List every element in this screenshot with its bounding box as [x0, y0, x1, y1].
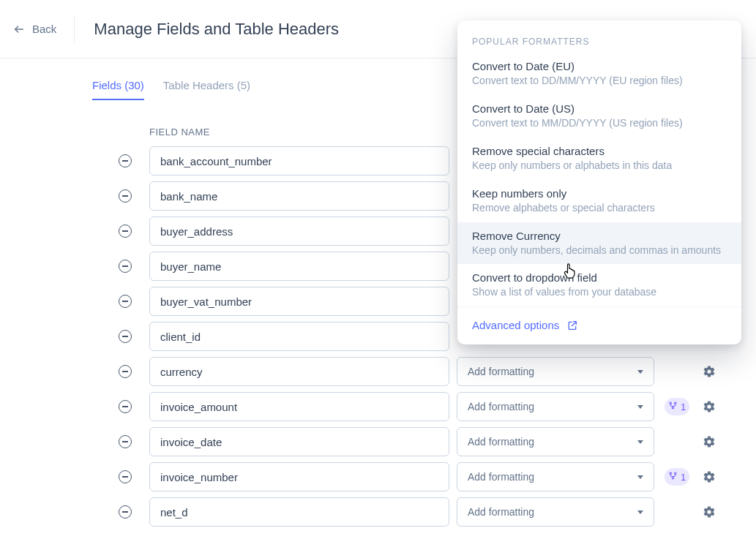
back-label: Back [32, 23, 56, 35]
format-placeholder: Add formatting [468, 471, 534, 483]
formatter-option[interactable]: Convert to dropdown fieldShow a list of … [457, 264, 741, 306]
arrow-left-icon [13, 23, 25, 35]
remove-field-icon[interactable] [119, 189, 132, 203]
field-name-input[interactable] [149, 146, 449, 176]
formatter-option-desc: Convert text to DD/MM/YYYY (EU region fi… [472, 74, 727, 88]
separator [74, 16, 75, 42]
formatter-option-title: Convert to Date (EU) [472, 60, 727, 72]
usage-badge[interactable]: 1 [665, 468, 689, 486]
formatter-option-desc: Convert text to MM/DD/YYYY (US region fi… [472, 116, 727, 130]
formatter-option-desc: Show a list of values from your database [472, 285, 727, 299]
dropdown-advanced-options[interactable]: Advanced options [457, 306, 741, 344]
field-settings-button[interactable] [703, 505, 716, 519]
page-title: Manage Fields and Table Headers [94, 20, 339, 39]
format-placeholder: Add formatting [468, 401, 534, 412]
remove-field-icon[interactable] [119, 435, 132, 448]
field-name-input[interactable] [149, 181, 449, 211]
field-row: Add formatting [0, 354, 756, 389]
field-row: Add formatting1 [0, 459, 756, 494]
remove-field-icon[interactable] [119, 400, 132, 413]
chevron-down-icon [637, 475, 643, 479]
formatter-option[interactable]: Keep numbers onlyRemove alphabets or spe… [457, 180, 741, 222]
branch-icon [668, 471, 678, 483]
add-formatting-select[interactable]: Add formatting [457, 462, 654, 491]
formatter-option-title: Remove special characters [472, 145, 727, 157]
remove-field-icon[interactable] [119, 154, 132, 167]
add-formatting-select[interactable]: Add formatting [457, 427, 654, 456]
field-row: Add formatting [0, 424, 756, 459]
field-name-input[interactable] [149, 252, 449, 281]
external-link-icon [566, 320, 578, 331]
field-row: Add formatting1 [0, 389, 756, 424]
formatter-option[interactable]: Convert to Date (US)Convert text to MM/D… [457, 95, 741, 137]
field-name-input[interactable] [149, 497, 449, 527]
back-button[interactable]: Back [13, 23, 56, 35]
format-placeholder: Add formatting [468, 366, 534, 377]
tab-table-headers[interactable]: Table Headers (5) [163, 79, 250, 100]
field-settings-button[interactable] [703, 400, 716, 413]
formatter-option-title: Convert to Date (US) [472, 102, 727, 115]
formatter-option-title: Keep numbers only [472, 187, 727, 200]
add-formatting-select[interactable]: Add formatting [457, 357, 654, 386]
field-name-input[interactable] [149, 427, 449, 456]
field-name-input[interactable] [149, 392, 449, 421]
formatter-option[interactable]: Remove CurrencyKeep only numbers, decima… [457, 222, 741, 265]
field-settings-button[interactable] [703, 470, 716, 483]
chevron-down-icon [637, 405, 643, 409]
dropdown-section-label: POPULAR FORMATTERS [457, 20, 741, 53]
branch-icon [668, 401, 678, 412]
formatter-option[interactable]: Remove special charactersKeep only numbe… [457, 137, 741, 180]
chevron-down-icon [637, 440, 643, 444]
field-settings-button[interactable] [703, 435, 716, 448]
formatter-option-desc: Keep only numbers or alphabets in this d… [472, 159, 727, 173]
svg-point-6 [672, 478, 673, 479]
svg-point-3 [672, 407, 673, 409]
formatter-option-desc: Keep only numbers, decimals and commas i… [472, 244, 727, 257]
formatter-option[interactable]: Convert to Date (EU)Convert text to DD/M… [457, 53, 741, 95]
remove-field-icon[interactable] [119, 505, 132, 519]
chevron-down-icon [637, 510, 643, 514]
field-row: Add formatting [0, 494, 756, 529]
remove-field-icon[interactable] [119, 295, 132, 308]
usage-badge[interactable]: 1 [665, 398, 689, 415]
field-name-input[interactable] [149, 462, 449, 491]
badge-count: 1 [681, 401, 686, 412]
remove-field-icon[interactable] [119, 225, 132, 238]
badge-count: 1 [681, 472, 686, 483]
field-name-input[interactable] [149, 216, 449, 246]
add-formatting-select[interactable]: Add formatting [457, 392, 654, 421]
format-placeholder: Add formatting [468, 506, 534, 518]
remove-field-icon[interactable] [119, 260, 132, 273]
advanced-options-label: Advanced options [472, 319, 559, 331]
field-settings-button[interactable] [703, 365, 716, 378]
formatter-option-title: Remove Currency [472, 230, 727, 242]
format-placeholder: Add formatting [468, 436, 534, 448]
chevron-down-icon [637, 370, 643, 374]
remove-field-icon[interactable] [119, 470, 132, 483]
tab-fields[interactable]: Fields (30) [92, 79, 144, 100]
formatter-dropdown: POPULAR FORMATTERS Convert to Date (EU)C… [457, 20, 741, 344]
remove-field-icon[interactable] [119, 365, 132, 378]
formatter-option-title: Convert to dropdown field [472, 271, 727, 284]
field-name-input[interactable] [149, 287, 449, 316]
remove-field-icon[interactable] [119, 330, 132, 343]
add-formatting-select[interactable]: Add formatting [457, 497, 654, 527]
field-name-input[interactable] [149, 357, 449, 386]
field-name-input[interactable] [149, 322, 449, 351]
formatter-option-desc: Remove alphabets or special characters [472, 201, 727, 215]
